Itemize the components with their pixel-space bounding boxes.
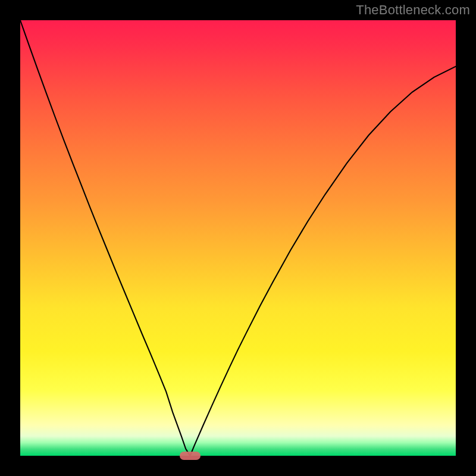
watermark-text: TheBottleneck.com <box>356 2 470 18</box>
minimum-marker <box>180 452 201 460</box>
chart-frame: TheBottleneck.com <box>0 0 476 476</box>
plot-area <box>20 20 456 456</box>
curve-layer <box>20 20 456 456</box>
bottleneck-curve <box>20 20 456 456</box>
